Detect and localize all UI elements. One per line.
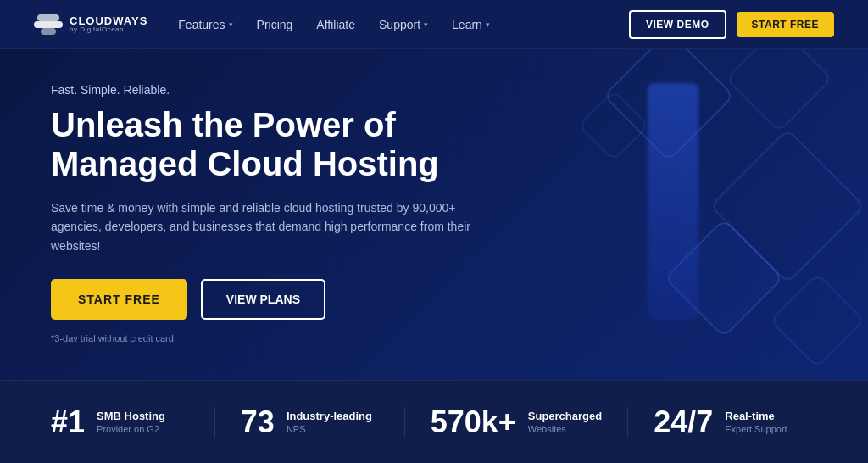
nav-actions: VIEW DEMO START FREE xyxy=(629,10,834,39)
stat-label-main-2: Supercharged xyxy=(528,410,602,423)
stat-number-3: 24/7 xyxy=(654,407,713,438)
hero-decorations xyxy=(512,49,868,380)
hero-title: Unleash the Power of Managed Cloud Hosti… xyxy=(51,105,526,183)
nav-pricing[interactable]: Pricing xyxy=(257,18,293,31)
stat-text-3: Real-timeExpert Support xyxy=(725,410,787,435)
glow-tower xyxy=(648,83,698,321)
stat-item-1: 73Industry-leadingNPS xyxy=(241,407,405,438)
nav-affiliate[interactable]: Affiliate xyxy=(316,18,355,31)
view-plans-button[interactable]: VIEW PLANS xyxy=(201,279,326,320)
stats-bar: #1SMB HostingProvider on G273Industry-le… xyxy=(0,380,868,463)
stat-number-1: 73 xyxy=(241,407,275,438)
support-caret: ▾ xyxy=(424,20,428,29)
stat-item-0: #1SMB HostingProvider on G2 xyxy=(51,407,215,438)
stat-label-sub-2: Websites xyxy=(528,424,602,434)
svg-rect-2 xyxy=(41,28,56,35)
stat-number-0: #1 xyxy=(51,407,85,438)
hex-2 xyxy=(725,49,832,133)
nav-features[interactable]: Features ▾ xyxy=(178,18,232,31)
stat-text-1: Industry-leadingNPS xyxy=(287,410,372,435)
hero-description: Save time & money with simple and reliab… xyxy=(51,198,475,255)
logo[interactable]: CLOUDWAYS by DigitalOcean xyxy=(34,14,147,35)
stat-text-2: SuperchargedWebsites xyxy=(528,410,602,435)
stat-number-2: 570k+ xyxy=(431,407,516,438)
svg-rect-1 xyxy=(37,14,59,21)
stat-text-0: SMB HostingProvider on G2 xyxy=(97,410,165,435)
stat-label-sub-1: NPS xyxy=(287,424,372,434)
stat-label-main-3: Real-time xyxy=(725,410,787,423)
start-free-nav-button[interactable]: START FREE xyxy=(737,12,834,37)
view-demo-button[interactable]: VIEW DEMO xyxy=(629,10,726,39)
stat-label-main-1: Industry-leading xyxy=(287,410,372,423)
stat-label-main-0: SMB Hosting xyxy=(97,410,165,423)
nav-links: Features ▾ Pricing Affiliate Support ▾ L… xyxy=(178,18,629,31)
logo-sub: by DigitalOcean xyxy=(70,26,147,33)
learn-caret: ▾ xyxy=(486,20,490,29)
hex-5 xyxy=(769,272,865,368)
stat-item-3: 24/7Real-timeExpert Support xyxy=(654,407,817,438)
nav-learn[interactable]: Learn ▾ xyxy=(452,18,490,31)
stat-item-2: 570k+SuperchargedWebsites xyxy=(431,407,629,438)
svg-rect-0 xyxy=(34,21,63,28)
features-caret: ▾ xyxy=(229,20,233,29)
start-free-hero-button[interactable]: START FREE xyxy=(51,279,187,320)
stat-label-sub-0: Provider on G2 xyxy=(97,424,165,434)
nav-support[interactable]: Support ▾ xyxy=(379,18,428,31)
stat-label-sub-3: Expert Support xyxy=(725,424,787,434)
navbar: CLOUDWAYS by DigitalOcean Features ▾ Pri… xyxy=(0,0,868,49)
hero-section: Fast. Simple. Reliable. Unleash the Powe… xyxy=(0,49,868,380)
